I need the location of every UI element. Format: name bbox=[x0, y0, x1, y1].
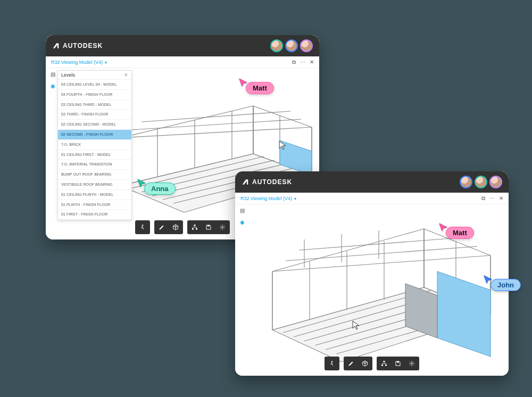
walk-tool[interactable] bbox=[136, 221, 149, 233]
close-icon[interactable]: ✕ bbox=[499, 195, 503, 202]
level-item[interactable]: 03 THIRD - FINISH FLOOR bbox=[58, 110, 131, 120]
svg-rect-50 bbox=[384, 361, 385, 362]
save-tool[interactable] bbox=[202, 221, 215, 233]
titlebar: AUTODESK bbox=[235, 171, 509, 193]
more-icon[interactable]: ⋯ bbox=[489, 195, 495, 202]
level-item[interactable]: 04 CEILING LEVEL 04 - MODEL bbox=[58, 80, 131, 90]
left-tool-rail: ▤ ◉ bbox=[49, 70, 56, 89]
avatar[interactable] bbox=[460, 176, 472, 188]
svg-rect-21 bbox=[192, 228, 194, 230]
svg-rect-53 bbox=[397, 361, 399, 363]
avatar-group bbox=[270, 39, 313, 52]
svg-rect-52 bbox=[385, 365, 387, 366]
titlebar: AUTODESK bbox=[46, 35, 319, 56]
levels-list: 04 CEILING LEVEL 04 - MODEL04 FOURTH - F… bbox=[58, 80, 131, 220]
level-item[interactable]: BUMP OUT ROOF BEARING bbox=[58, 170, 131, 180]
left-tool-rail: ▤ ◉ bbox=[238, 206, 246, 226]
levels-panel: Levels ✕ 04 CEILING LEVEL 04 - MODEL04 F… bbox=[57, 70, 132, 220]
level-item[interactable]: 02 SECOND - FINISH FLOOR bbox=[58, 130, 131, 140]
avatar-group bbox=[460, 176, 502, 188]
view-toolbar bbox=[325, 357, 419, 370]
view-toolbar bbox=[135, 220, 230, 234]
model-title-dropdown[interactable]: R32 Viewing Model (V4)▾ bbox=[240, 196, 296, 201]
svg-line-37 bbox=[299, 237, 464, 250]
svg-line-12 bbox=[142, 111, 290, 122]
local-cursor-icon bbox=[352, 320, 361, 332]
model-title-dropdown[interactable]: R32 Viewing Model (V4)▾ bbox=[51, 60, 107, 65]
sheet-icon[interactable]: ▤ bbox=[49, 70, 56, 78]
viewer-window-b: AUTODESK R32 Viewing Model (V4)▾ ⧉ ⋯ ✕ bbox=[235, 171, 509, 376]
level-item[interactable]: T.O. MATERIAL TRANSITION bbox=[58, 160, 131, 170]
autodesk-logo-icon bbox=[52, 42, 60, 49]
svg-rect-22 bbox=[196, 228, 197, 230]
settings-tool[interactable] bbox=[405, 358, 418, 369]
autodesk-logo-icon bbox=[242, 178, 249, 186]
avatar[interactable] bbox=[489, 176, 502, 188]
save-tool[interactable] bbox=[392, 358, 404, 369]
hierarchy-tool[interactable] bbox=[378, 358, 390, 369]
window-controls: ⧉ ⋯ ✕ bbox=[481, 195, 503, 202]
close-icon[interactable]: ✕ bbox=[124, 72, 128, 78]
level-item[interactable]: 03 CEILING THIRD - MODEL bbox=[58, 100, 131, 110]
cube-icon[interactable]: ◉ bbox=[49, 82, 56, 89]
svg-point-49 bbox=[331, 361, 333, 362]
cube-tool[interactable] bbox=[169, 221, 182, 233]
walk-tool[interactable] bbox=[326, 358, 338, 369]
avatar[interactable] bbox=[270, 39, 283, 52]
brand-text: AUTODESK bbox=[252, 178, 292, 186]
brand: AUTODESK bbox=[242, 178, 292, 186]
avatar[interactable] bbox=[285, 39, 298, 52]
chevron-down-icon: ▾ bbox=[105, 60, 107, 65]
collaborator-cursor-john: John bbox=[481, 279, 521, 291]
svg-rect-23 bbox=[207, 225, 210, 227]
collaborator-cursor-matt: Matt bbox=[236, 82, 274, 94]
level-item[interactable]: VESTIBULE ROOF BEARING bbox=[58, 180, 131, 190]
local-cursor-icon bbox=[279, 140, 287, 152]
svg-point-24 bbox=[222, 227, 223, 228]
settings-tool[interactable] bbox=[216, 221, 229, 233]
level-item[interactable]: 01 CEILING PLINTH - MODEL bbox=[58, 190, 131, 200]
levels-panel-title: Levels bbox=[61, 72, 75, 78]
collaborator-cursor-matt: Matt bbox=[436, 227, 474, 239]
level-item[interactable]: 01 CEILING FIRST - MODEL bbox=[58, 150, 131, 160]
subbar: R32 Viewing Model (V4)▾ ⧉ ⋯ ✕ bbox=[235, 193, 509, 204]
cursor-label-text: Anna bbox=[144, 183, 176, 195]
cube-icon[interactable]: ◉ bbox=[238, 218, 246, 226]
cube-tool[interactable] bbox=[359, 358, 371, 369]
level-item[interactable]: 01 FIRST - FINISH FLOOR bbox=[58, 210, 131, 220]
cursor-label-text: Matt bbox=[246, 82, 274, 94]
cursor-label-text: John bbox=[491, 279, 521, 291]
chevron-down-icon: ▾ bbox=[294, 196, 296, 201]
avatar[interactable] bbox=[475, 176, 487, 188]
level-item[interactable]: 04 FOURTH - FINISH FLOOR bbox=[58, 90, 131, 100]
avatar[interactable] bbox=[300, 39, 313, 52]
brand: AUTODESK bbox=[52, 42, 103, 49]
pencil-tool[interactable] bbox=[345, 358, 358, 369]
svg-line-35 bbox=[272, 255, 491, 271]
hierarchy-tool[interactable] bbox=[188, 221, 201, 233]
sheet-icon[interactable]: ▤ bbox=[238, 206, 246, 214]
cursor-label-text: Matt bbox=[446, 227, 474, 239]
window-controls: ⧉ ⋯ ✕ bbox=[292, 59, 314, 65]
brand-text: AUTODESK bbox=[63, 42, 103, 49]
collaborator-cursor-anna: Anna bbox=[135, 183, 176, 195]
duplicate-icon[interactable]: ⧉ bbox=[481, 195, 485, 202]
level-item[interactable]: 01 PLINTH - FINISH FLOOR bbox=[58, 200, 131, 210]
level-item[interactable]: T.O. BRICK bbox=[58, 140, 131, 150]
svg-rect-20 bbox=[194, 225, 196, 226]
subbar: R32 Viewing Model (V4)▾ ⧉ ⋯ ✕ bbox=[46, 56, 319, 68]
duplicate-icon[interactable]: ⧉ bbox=[292, 59, 296, 65]
close-icon[interactable]: ✕ bbox=[310, 59, 314, 65]
svg-point-54 bbox=[411, 363, 413, 365]
pencil-tool[interactable] bbox=[155, 221, 168, 233]
svg-rect-51 bbox=[381, 365, 383, 366]
more-icon[interactable]: ⋯ bbox=[300, 59, 305, 65]
svg-point-19 bbox=[142, 225, 144, 226]
level-item[interactable]: 02 CEILING SECOND - MODEL bbox=[58, 120, 131, 130]
